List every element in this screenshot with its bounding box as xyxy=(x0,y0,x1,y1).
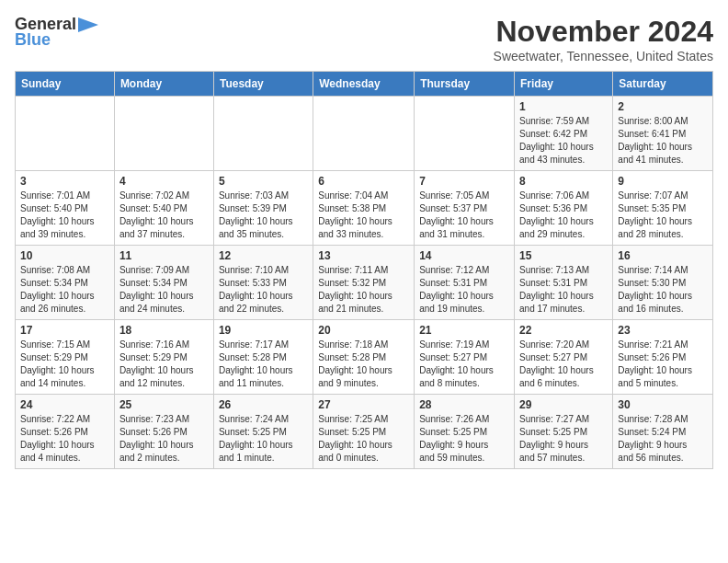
day-info: Sunrise: 7:25 AM Sunset: 5:25 PM Dayligh… xyxy=(318,413,409,465)
header-tuesday: Tuesday xyxy=(213,72,313,97)
day-number: 3 xyxy=(20,175,109,188)
day-number: 27 xyxy=(318,398,409,411)
day-number: 5 xyxy=(219,175,308,188)
day-number: 23 xyxy=(618,324,708,337)
calendar-cell: 1Sunrise: 7:59 AM Sunset: 6:42 PM Daylig… xyxy=(515,97,613,171)
day-number: 26 xyxy=(219,398,308,411)
calendar-row-2: 10Sunrise: 7:08 AM Sunset: 5:34 PM Dayli… xyxy=(16,246,713,320)
calendar-cell xyxy=(16,97,115,171)
day-info: Sunrise: 7:05 AM Sunset: 5:37 PM Dayligh… xyxy=(419,190,509,241)
day-number: 4 xyxy=(119,175,209,188)
calendar-cell: 23Sunrise: 7:21 AM Sunset: 5:26 PM Dayli… xyxy=(613,320,713,395)
calendar-cell: 6Sunrise: 7:04 AM Sunset: 5:38 PM Daylig… xyxy=(313,171,415,246)
day-number: 11 xyxy=(119,249,209,262)
day-info: Sunrise: 7:09 AM Sunset: 5:34 PM Dayligh… xyxy=(119,264,209,316)
day-info: Sunrise: 7:16 AM Sunset: 5:29 PM Dayligh… xyxy=(119,339,209,390)
day-number: 2 xyxy=(618,100,708,113)
day-number: 29 xyxy=(519,398,608,411)
header-monday: Monday xyxy=(114,72,213,97)
day-info: Sunrise: 7:21 AM Sunset: 5:26 PM Dayligh… xyxy=(618,339,708,390)
logo: General Blue xyxy=(15,15,98,50)
day-number: 19 xyxy=(219,324,308,337)
calendar-cell: 3Sunrise: 7:01 AM Sunset: 5:40 PM Daylig… xyxy=(16,171,115,246)
day-info: Sunrise: 7:15 AM Sunset: 5:29 PM Dayligh… xyxy=(20,339,109,390)
day-info: Sunrise: 7:06 AM Sunset: 5:36 PM Dayligh… xyxy=(519,190,608,241)
day-info: Sunrise: 7:10 AM Sunset: 5:33 PM Dayligh… xyxy=(219,264,308,316)
calendar-cell xyxy=(415,97,515,171)
calendar-table: Sunday Monday Tuesday Wednesday Thursday… xyxy=(15,71,713,469)
day-info: Sunrise: 7:08 AM Sunset: 5:34 PM Dayligh… xyxy=(20,264,109,316)
day-number: 12 xyxy=(219,249,308,262)
day-number: 20 xyxy=(318,324,409,337)
calendar-cell: 2Sunrise: 8:00 AM Sunset: 6:41 PM Daylig… xyxy=(613,97,713,171)
day-info: Sunrise: 7:13 AM Sunset: 5:31 PM Dayligh… xyxy=(519,264,608,316)
calendar-row-1: 3Sunrise: 7:01 AM Sunset: 5:40 PM Daylig… xyxy=(16,171,713,246)
day-number: 15 xyxy=(519,249,608,262)
header-thursday: Thursday xyxy=(415,72,515,97)
day-number: 7 xyxy=(419,175,509,188)
day-info: Sunrise: 7:04 AM Sunset: 5:38 PM Dayligh… xyxy=(318,190,409,241)
calendar-cell: 21Sunrise: 7:19 AM Sunset: 5:27 PM Dayli… xyxy=(415,320,515,395)
calendar-cell: 18Sunrise: 7:16 AM Sunset: 5:29 PM Dayli… xyxy=(114,320,213,395)
calendar-row-4: 24Sunrise: 7:22 AM Sunset: 5:26 PM Dayli… xyxy=(16,395,713,469)
day-info: Sunrise: 7:17 AM Sunset: 5:28 PM Dayligh… xyxy=(219,339,308,390)
calendar-cell: 14Sunrise: 7:12 AM Sunset: 5:31 PM Dayli… xyxy=(415,246,515,320)
day-number: 17 xyxy=(20,324,109,337)
calendar-cell: 13Sunrise: 7:11 AM Sunset: 5:32 PM Dayli… xyxy=(313,246,415,320)
calendar-cell: 27Sunrise: 7:25 AM Sunset: 5:25 PM Dayli… xyxy=(313,395,415,469)
day-number: 1 xyxy=(519,100,608,113)
day-number: 16 xyxy=(618,249,708,262)
day-number: 8 xyxy=(519,175,608,188)
day-info: Sunrise: 7:14 AM Sunset: 5:30 PM Dayligh… xyxy=(618,264,708,316)
logo-text-blue: Blue xyxy=(15,30,51,50)
page-header: General Blue November 2024 Sweetwater, T… xyxy=(15,15,713,63)
calendar-cell: 5Sunrise: 7:03 AM Sunset: 5:39 PM Daylig… xyxy=(213,171,313,246)
header-saturday: Saturday xyxy=(613,72,713,97)
svg-marker-0 xyxy=(78,17,98,32)
day-info: Sunrise: 7:23 AM Sunset: 5:26 PM Dayligh… xyxy=(119,413,209,465)
calendar-cell: 11Sunrise: 7:09 AM Sunset: 5:34 PM Dayli… xyxy=(114,246,213,320)
day-number: 21 xyxy=(419,324,509,337)
calendar-cell xyxy=(313,97,415,171)
weekday-header-row: Sunday Monday Tuesday Wednesday Thursday… xyxy=(16,72,713,97)
day-info: Sunrise: 7:02 AM Sunset: 5:40 PM Dayligh… xyxy=(119,190,209,241)
calendar-cell: 10Sunrise: 7:08 AM Sunset: 5:34 PM Dayli… xyxy=(16,246,115,320)
day-number: 18 xyxy=(119,324,209,337)
location-title: Sweetwater, Tennessee, United States xyxy=(494,49,713,63)
title-block: November 2024 Sweetwater, Tennessee, Uni… xyxy=(494,15,713,63)
day-number: 13 xyxy=(318,249,409,262)
calendar-row-3: 17Sunrise: 7:15 AM Sunset: 5:29 PM Dayli… xyxy=(16,320,713,395)
calendar-cell: 26Sunrise: 7:24 AM Sunset: 5:25 PM Dayli… xyxy=(213,395,313,469)
calendar-row-0: 1Sunrise: 7:59 AM Sunset: 6:42 PM Daylig… xyxy=(16,97,713,171)
day-number: 22 xyxy=(519,324,608,337)
header-wednesday: Wednesday xyxy=(313,72,415,97)
day-info: Sunrise: 7:11 AM Sunset: 5:32 PM Dayligh… xyxy=(318,264,409,316)
calendar-cell xyxy=(114,97,213,171)
header-friday: Friday xyxy=(515,72,613,97)
day-info: Sunrise: 7:27 AM Sunset: 5:25 PM Dayligh… xyxy=(519,413,608,465)
day-info: Sunrise: 7:03 AM Sunset: 5:39 PM Dayligh… xyxy=(219,190,308,241)
calendar-cell xyxy=(213,97,313,171)
calendar-cell: 22Sunrise: 7:20 AM Sunset: 5:27 PM Dayli… xyxy=(515,320,613,395)
header-sunday: Sunday xyxy=(16,72,115,97)
day-info: Sunrise: 8:00 AM Sunset: 6:41 PM Dayligh… xyxy=(618,115,708,167)
day-number: 14 xyxy=(419,249,509,262)
calendar-cell: 8Sunrise: 7:06 AM Sunset: 5:36 PM Daylig… xyxy=(515,171,613,246)
calendar-cell: 12Sunrise: 7:10 AM Sunset: 5:33 PM Dayli… xyxy=(213,246,313,320)
day-info: Sunrise: 7:28 AM Sunset: 5:24 PM Dayligh… xyxy=(618,413,708,465)
day-number: 30 xyxy=(618,398,708,411)
day-info: Sunrise: 7:01 AM Sunset: 5:40 PM Dayligh… xyxy=(20,190,109,241)
day-info: Sunrise: 7:07 AM Sunset: 5:35 PM Dayligh… xyxy=(618,190,708,241)
day-number: 24 xyxy=(20,398,109,411)
calendar-cell: 4Sunrise: 7:02 AM Sunset: 5:40 PM Daylig… xyxy=(114,171,213,246)
calendar-cell: 28Sunrise: 7:26 AM Sunset: 5:25 PM Dayli… xyxy=(415,395,515,469)
day-number: 9 xyxy=(618,175,708,188)
calendar-cell: 7Sunrise: 7:05 AM Sunset: 5:37 PM Daylig… xyxy=(415,171,515,246)
calendar-cell: 9Sunrise: 7:07 AM Sunset: 5:35 PM Daylig… xyxy=(613,171,713,246)
calendar-cell: 25Sunrise: 7:23 AM Sunset: 5:26 PM Dayli… xyxy=(114,395,213,469)
day-info: Sunrise: 7:20 AM Sunset: 5:27 PM Dayligh… xyxy=(519,339,608,390)
calendar-cell: 17Sunrise: 7:15 AM Sunset: 5:29 PM Dayli… xyxy=(16,320,115,395)
day-info: Sunrise: 7:26 AM Sunset: 5:25 PM Dayligh… xyxy=(419,413,509,465)
day-info: Sunrise: 7:22 AM Sunset: 5:26 PM Dayligh… xyxy=(20,413,109,465)
logo-icon xyxy=(78,17,98,32)
